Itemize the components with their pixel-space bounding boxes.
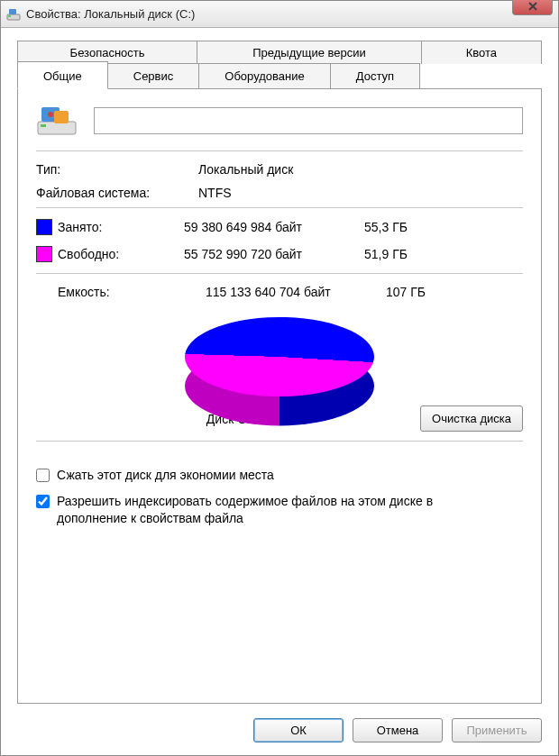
close-button[interactable] (512, 0, 553, 15)
pie-chart (185, 338, 374, 376)
type-label: Тип: (36, 162, 198, 177)
separator (36, 150, 523, 151)
window-title: Свойства: Локальный диск (С:) (26, 7, 195, 21)
window-icon (6, 7, 21, 22)
separator (36, 441, 523, 442)
used-bytes: 59 380 649 984 байт (184, 220, 364, 234)
filesystem-label: Файловая система: (36, 186, 198, 200)
filesystem-value: NTFS (198, 186, 523, 200)
capacity-gb: 107 ГБ (386, 285, 467, 299)
tab-hardware[interactable]: Оборудование (198, 63, 330, 89)
free-gb: 51,9 ГБ (364, 247, 445, 261)
svg-rect-3 (38, 122, 76, 134)
index-checkbox[interactable] (36, 495, 50, 508)
compress-checkbox[interactable] (36, 469, 50, 482)
tabs: Безопасность Предыдущие версии Квота Общ… (17, 41, 542, 89)
titlebar: Свойства: Локальный диск (С:) (1, 1, 558, 28)
pie-chart-wrap: Диск C: Очистка диска (36, 312, 523, 432)
content-area: Безопасность Предыдущие версии Квота Общ… (1, 28, 558, 709)
drive-header (36, 104, 523, 138)
disk-cleanup-button[interactable]: Очистка диска (420, 405, 523, 432)
index-label[interactable]: Разрешить индексировать содержимое файло… (57, 493, 523, 527)
svg-point-7 (48, 112, 53, 117)
button-bar: ОК Отмена Применить (1, 709, 558, 755)
svg-rect-2 (9, 9, 16, 14)
drive-icon (36, 104, 78, 138)
tab-tools[interactable]: Сервис (107, 63, 200, 89)
used-label: Занято: (58, 220, 184, 234)
apply-button[interactable]: Применить (452, 718, 542, 742)
volume-label-input[interactable] (94, 107, 523, 134)
capacity-bytes: 115 133 640 704 байт (206, 285, 386, 299)
usage-table: Занято: 59 380 649 984 байт 55,3 ГБ Своб… (36, 219, 523, 262)
free-label: Свободно: (58, 247, 184, 261)
tab-previous-versions[interactable]: Предыдущие версии (197, 41, 422, 64)
properties-dialog: Свойства: Локальный диск (С:) Безопаснос… (0, 0, 559, 756)
separator (36, 273, 523, 274)
svg-rect-6 (54, 111, 69, 123)
capacity-row: Емкость: 115 133 640 704 байт 107 ГБ (36, 285, 523, 299)
free-swatch (36, 246, 52, 262)
cancel-button[interactable]: Отмена (353, 718, 443, 742)
capacity-label: Емкость: (58, 285, 206, 299)
compress-label[interactable]: Сжать этот диск для экономии места (57, 467, 523, 484)
svg-rect-1 (8, 15, 11, 17)
general-panel: Тип: Локальный диск Файловая система: NT… (17, 88, 542, 704)
ok-button[interactable]: ОК (253, 718, 344, 742)
used-gb: 55,3 ГБ (364, 220, 445, 234)
tab-sharing[interactable]: Доступ (330, 63, 420, 89)
options: Сжать этот диск для экономии места Разре… (36, 467, 523, 527)
free-bytes: 55 752 990 720 байт (184, 247, 364, 261)
svg-rect-4 (41, 124, 46, 127)
used-swatch (36, 219, 52, 235)
type-value: Локальный диск (198, 162, 523, 177)
tab-general[interactable]: Общие (17, 61, 108, 89)
info-grid: Тип: Локальный диск Файловая система: NT… (36, 162, 523, 200)
separator (36, 207, 523, 208)
tab-quota[interactable]: Квота (421, 41, 542, 64)
